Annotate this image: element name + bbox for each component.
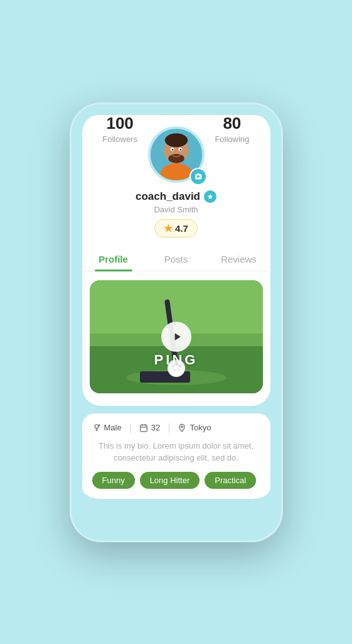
bio-text: This is my bio. Lorem ipsum dolor sit am… bbox=[92, 440, 260, 464]
video-overlay bbox=[90, 280, 263, 393]
age-icon bbox=[139, 423, 148, 432]
verified-badge bbox=[204, 190, 216, 203]
phone-shell: ← ••• 100 Followers 80 Following bbox=[70, 102, 283, 542]
avatar-wrapper bbox=[148, 126, 205, 183]
divider-1: | bbox=[129, 422, 132, 434]
play-icon bbox=[171, 330, 183, 343]
tag-funny[interactable]: Funny bbox=[92, 472, 135, 489]
age-value: 32 bbox=[151, 423, 160, 432]
tag-practical[interactable]: Practical bbox=[205, 472, 256, 489]
svg-point-31 bbox=[181, 425, 183, 427]
tag-long-hitter[interactable]: Long Hitter bbox=[140, 472, 200, 489]
age-item: 32 bbox=[139, 423, 160, 432]
bio-info-row: Male | 32 | bbox=[92, 422, 260, 434]
real-name: David Smith bbox=[92, 205, 260, 214]
gender-icon bbox=[92, 423, 101, 432]
screen: ← ••• 100 Followers 80 Following bbox=[75, 115, 278, 499]
location-icon bbox=[178, 423, 186, 432]
username-row: coach_david bbox=[92, 190, 260, 203]
rating-badge: ★ 4.7 bbox=[154, 219, 198, 237]
avatar-section bbox=[82, 120, 270, 183]
svg-point-3 bbox=[164, 133, 187, 147]
tab-profile[interactable]: Profile bbox=[82, 248, 145, 271]
tabs-row: Profile Posts Reviews bbox=[82, 248, 270, 271]
star-verified-icon bbox=[207, 194, 213, 200]
divider-2: | bbox=[168, 422, 170, 434]
location-value: Tokyo bbox=[189, 423, 211, 432]
svg-point-7 bbox=[171, 148, 173, 150]
svg-point-8 bbox=[179, 148, 181, 150]
username: coach_david bbox=[136, 190, 200, 203]
tags-row: Funny Long Hitter Practical bbox=[92, 472, 260, 489]
location-item: Tokyo bbox=[178, 423, 211, 432]
video-thumbnail: PING bbox=[90, 280, 263, 393]
star-icon: ★ bbox=[164, 222, 173, 234]
bio-card: Male | 32 | bbox=[82, 413, 270, 499]
username-section: coach_david David Smith ★ 4.7 bbox=[82, 190, 270, 237]
rating-container: ★ 4.7 bbox=[92, 214, 260, 237]
gender-item: Male bbox=[92, 423, 122, 432]
svg-point-22 bbox=[95, 424, 99, 428]
rating-value: 4.7 bbox=[175, 223, 188, 234]
camera-badge[interactable] bbox=[189, 168, 207, 185]
tab-posts[interactable]: Posts bbox=[145, 248, 208, 271]
svg-point-4 bbox=[168, 154, 184, 163]
play-button[interactable] bbox=[161, 322, 191, 352]
svg-rect-27 bbox=[141, 425, 147, 432]
profile-card: 100 Followers 80 Following bbox=[82, 115, 270, 406]
tab-reviews[interactable]: Reviews bbox=[208, 248, 270, 271]
gender-value: Male bbox=[104, 423, 122, 432]
camera-icon bbox=[194, 172, 203, 181]
video-section: PING bbox=[90, 280, 263, 393]
